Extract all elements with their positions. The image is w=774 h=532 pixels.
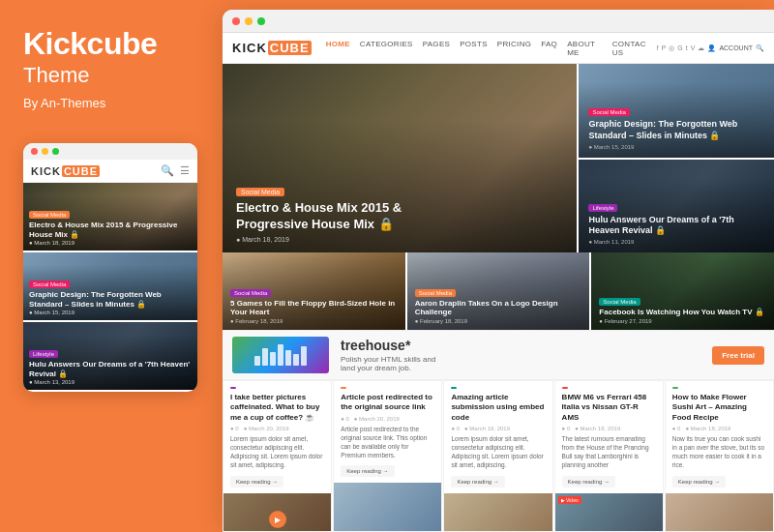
- mobile-logo: KICKCUBE: [31, 165, 100, 177]
- side-top-date: ● March 15, 2019: [588, 144, 764, 150]
- bottom-card-3[interactable]: Amazing article submission using embed c…: [443, 380, 552, 532]
- bottom-card-2[interactable]: Article post redirected to the original …: [333, 380, 442, 532]
- google-icon[interactable]: G: [677, 44, 682, 51]
- ad-desc-2: land your dream job.: [341, 364, 700, 372]
- mobile-badge-1: Social Media: [29, 211, 70, 219]
- mobile-logo-cube: CUBE: [62, 165, 100, 177]
- second-card-1[interactable]: Social Media 5 Games to Fill the Floppy …: [223, 252, 405, 330]
- bottom-meta-5: ● 0 ● March 18, 2019: [672, 426, 766, 431]
- bottom-badge-4: [562, 387, 568, 389]
- ad-free-trial-button[interactable]: Free trial: [712, 346, 764, 365]
- keep-reading-1[interactable]: Keep reading →: [230, 476, 283, 488]
- nav-links: HOME CATEGORIES PAGES POSTS PRICING FAQ …: [321, 40, 657, 57]
- right-panel: KICKCUBE HOME CATEGORIES PAGES POSTS PRI…: [223, 10, 774, 532]
- account-label[interactable]: ACCOUNT: [719, 44, 753, 51]
- pinterest-icon[interactable]: P: [662, 44, 667, 51]
- ad-bar-6: [293, 354, 299, 366]
- bottom-title-2: Article post redirected to the original …: [341, 393, 434, 413]
- main-content: Social Media Electro & House Mix 2015 &P…: [223, 64, 774, 532]
- side-bottom-date: ● March 11, 2019: [588, 239, 764, 245]
- mobile-badge-3: Lifestyle: [29, 350, 58, 358]
- ad-bars: [251, 340, 311, 369]
- play-button-1[interactable]: ▶: [269, 511, 286, 528]
- side-card-top[interactable]: Social Media Graphic Design: The Forgott…: [579, 64, 774, 158]
- bottom-excerpt-1: Lorem ipsum dolor sit amet, consectetur …: [230, 434, 324, 469]
- featured-grid: Social Media Electro & House Mix 2015 &P…: [223, 64, 774, 252]
- mobile-nav-icons: 🔍 ☰: [161, 164, 190, 177]
- side-bottom-badge: Lifestyle: [588, 204, 617, 212]
- bottom-badge-2: [341, 387, 346, 389]
- side-top-title: Graphic Design: The Forgotten Web Standa…: [588, 119, 764, 141]
- mobile-card-title-3: Hulu Answers Our Dreams of a '7th Heaven…: [29, 360, 192, 378]
- desktop-logo: KICKCUBE: [232, 41, 312, 55]
- keep-reading-4[interactable]: Keep reading →: [562, 476, 615, 488]
- ad-text-area: treehouse* Polish your HTML skills and l…: [341, 338, 700, 372]
- bottom-meta-2: ● 0 ● March 20, 2019: [341, 416, 434, 422]
- tumblr-icon[interactable]: t: [686, 44, 688, 51]
- vk-icon[interactable]: V: [691, 44, 696, 51]
- soundcloud-icon[interactable]: ☁: [698, 44, 704, 52]
- ad-logo: treehouse*: [341, 338, 700, 353]
- nav-pages[interactable]: PAGES: [418, 40, 455, 57]
- nav-categories[interactable]: CATEGORIES: [355, 40, 418, 57]
- keep-reading-5[interactable]: Keep reading →: [672, 476, 726, 488]
- bottom-card-4[interactable]: BMW M6 vs Ferrari 458 Italia vs Nissan G…: [554, 380, 664, 532]
- bottom-card-1[interactable]: I take better pictures caffeinated. What…: [223, 380, 332, 532]
- second-badge-1: Social Media: [230, 289, 271, 297]
- second-card-3[interactable]: Social Media Facebook Is Watching How Yo…: [591, 252, 774, 330]
- mobile-dot-red: [31, 148, 38, 155]
- bottom-thumb-3: [444, 493, 551, 532]
- nav-faq[interactable]: FAQ: [536, 40, 562, 57]
- ad-bar-4: [278, 344, 283, 366]
- brand-title: Kickcube: [23, 27, 199, 61]
- browser-dot-green: [257, 17, 265, 25]
- brand-subtitle: Theme: [23, 63, 199, 88]
- browser-dot-red: [232, 17, 240, 25]
- second-card-2[interactable]: Social Media Aaron Draplin Takes On a Lo…: [407, 252, 590, 330]
- bottom-thumb-5: [666, 493, 773, 532]
- featured-main-card[interactable]: Social Media Electro & House Mix 2015 &P…: [223, 64, 577, 252]
- second-title-3: Facebook Is Watching How You Watch TV 🔒: [599, 308, 766, 317]
- featured-main-date: ● March 18, 2019: [236, 236, 563, 243]
- bottom-thumb-4: ▶ Video: [555, 493, 663, 532]
- desktop-logo-cube: CUBE: [268, 41, 312, 55]
- ad-bar-7: [301, 346, 307, 366]
- bottom-title-4: BMW M6 vs Ferrari 458 Italia vs Nissan G…: [562, 393, 656, 423]
- bottom-title-3: Amazing article submission using embed c…: [451, 393, 545, 423]
- bottom-card-5[interactable]: How to Make Flower Sushi Art – Amazing F…: [665, 380, 774, 532]
- mobile-dot-green: [52, 148, 59, 155]
- bottom-title-1: I take better pictures caffeinated. What…: [230, 393, 324, 423]
- side-card-bottom[interactable]: Lifestyle Hulu Answers Our Dreams of a '…: [579, 160, 774, 253]
- nav-posts[interactable]: POSTS: [455, 40, 492, 57]
- search-icon[interactable]: 🔍: [161, 164, 174, 177]
- nav-right: f P ◎ G t V ☁ 👤 ACCOUNT 🔍: [657, 44, 764, 52]
- nav-contact[interactable]: CONTAC US: [608, 40, 657, 57]
- mobile-card-3: Lifestyle Hulu Answers Our Dreams of a '…: [23, 322, 197, 390]
- keep-reading-2[interactable]: Keep reading →: [341, 465, 394, 477]
- menu-icon[interactable]: ☰: [180, 164, 190, 177]
- second-title-1: 5 Games to Fill the Floppy Bird-Sized Ho…: [230, 299, 398, 317]
- second-date-1: ● February 18, 2019: [230, 318, 398, 324]
- desktop-nav: KICKCUBE HOME CATEGORIES PAGES POSTS PRI…: [223, 33, 774, 64]
- nav-pricing[interactable]: PRICING: [492, 40, 536, 57]
- nav-home[interactable]: HOME: [321, 40, 355, 57]
- mobile-browser-bar: [23, 143, 197, 160]
- bottom-thumb-1: ▶ 👤 Sam Smith 0:34: [223, 493, 331, 532]
- second-badge-2: Social Media: [415, 289, 456, 297]
- mobile-card-date-2: ● March 15, 2019: [29, 310, 192, 315]
- search-icon[interactable]: 🔍: [756, 44, 764, 52]
- facebook-icon[interactable]: f: [657, 44, 659, 51]
- instagram-icon[interactable]: ◎: [669, 44, 674, 52]
- bottom-cards-row: I take better pictures caffeinated. What…: [223, 380, 774, 532]
- browser-bar: [223, 10, 774, 33]
- keep-reading-3[interactable]: Keep reading →: [451, 476, 504, 488]
- mobile-card-date-1: ● March 18, 2019: [29, 240, 192, 246]
- ad-image: [232, 337, 329, 373]
- ad-bar-2: [262, 348, 268, 366]
- nav-about[interactable]: ABOUT ME: [562, 40, 608, 57]
- second-row: Social Media 5 Games to Fill the Floppy …: [223, 252, 774, 330]
- mobile-preview: KICKCUBE 🔍 ☰ Social Media Electro & Hous…: [23, 143, 197, 392]
- video-badge-4: ▶ Video: [558, 496, 581, 504]
- account-icon[interactable]: 👤: [707, 44, 716, 52]
- side-top-badge: Social Media: [588, 108, 629, 116]
